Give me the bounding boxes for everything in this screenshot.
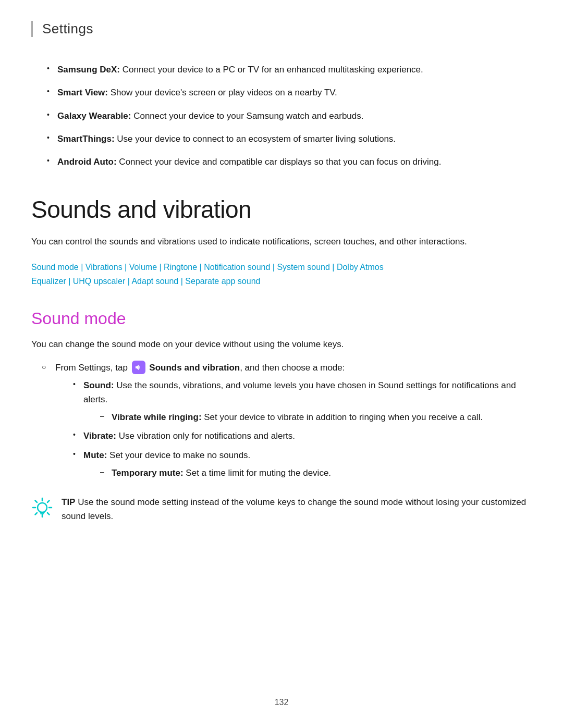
- nav-link-system-sound[interactable]: System sound: [277, 263, 329, 272]
- nav-link-dolby-atmos[interactable]: Dolby Atmos: [337, 263, 384, 272]
- list-item: Temporary mute: Set a time limit for mut…: [99, 466, 532, 480]
- nav-link-adapt-sound[interactable]: Adapt sound: [131, 277, 178, 286]
- nav-link-separate-app-sound[interactable]: Separate app sound: [185, 277, 260, 286]
- page-title: Settings: [42, 21, 93, 36]
- list-item: SmartThings: Use your device to connect …: [47, 132, 532, 146]
- svg-line-4: [35, 501, 38, 503]
- list-item: Android Auto: Connect your device and co…: [47, 155, 532, 169]
- nav-link-equalizer[interactable]: Equalizer: [31, 277, 66, 286]
- step-list: From Settings, tap Sounds and vibration,…: [42, 361, 532, 480]
- page-header: Settings: [31, 21, 532, 37]
- list-item: Sound: Use the sounds, vibrations, and v…: [71, 379, 532, 424]
- list-item: Smart View: Show your device's screen or…: [47, 86, 532, 100]
- nav-link-notification-sound[interactable]: Notification sound: [204, 263, 270, 272]
- svg-line-6: [47, 501, 50, 503]
- subsection-intro: You can change the sound mode on your de…: [31, 338, 532, 351]
- subsection-heading: Sound mode: [31, 309, 532, 328]
- svg-point-8: [38, 503, 47, 512]
- nav-link-vibrations[interactable]: Vibrations: [85, 263, 123, 272]
- tip-icon: [31, 497, 53, 519]
- list-item: Mute: Set your device to make no sounds.…: [71, 449, 532, 480]
- svg-line-5: [47, 513, 50, 515]
- mode-list: Sound: Use the sounds, vibrations, and v…: [71, 379, 532, 480]
- tip-text: TIP Use the sound mode setting instead o…: [62, 496, 532, 523]
- nav-link-uhq-upscaler[interactable]: UHQ upscaler: [73, 277, 125, 286]
- nav-link-volume[interactable]: Volume: [129, 263, 157, 272]
- step-item: From Settings, tap Sounds and vibration,…: [42, 361, 532, 480]
- sound-sublist: Vibrate while ringing: Set your device t…: [99, 411, 532, 424]
- svg-line-7: [35, 513, 38, 515]
- list-item: Galaxy Wearable: Connect your device to …: [47, 109, 532, 123]
- nav-links: Sound mode | Vibrations | Volume | Ringt…: [31, 260, 532, 288]
- intro-bullet-list: Samsung DeX: Connect your device to a PC…: [47, 63, 532, 169]
- list-item: Vibrate: Use vibration only for notifica…: [71, 429, 532, 443]
- list-item: Samsung DeX: Connect your device to a PC…: [47, 63, 532, 77]
- sounds-vibration-icon: [132, 361, 145, 374]
- nav-link-sound-mode[interactable]: Sound mode: [31, 263, 79, 272]
- page-number: 132: [275, 698, 289, 707]
- section-heading: Sounds and vibration: [31, 195, 532, 224]
- tip-box: TIP Use the sound mode setting instead o…: [31, 496, 532, 523]
- list-item: Vibrate while ringing: Set your device t…: [99, 411, 532, 424]
- section-intro: You can control the sounds and vibration…: [31, 235, 532, 249]
- nav-link-ringtone[interactable]: Ringtone: [164, 263, 197, 272]
- mute-sublist: Temporary mute: Set a time limit for mut…: [99, 466, 532, 480]
